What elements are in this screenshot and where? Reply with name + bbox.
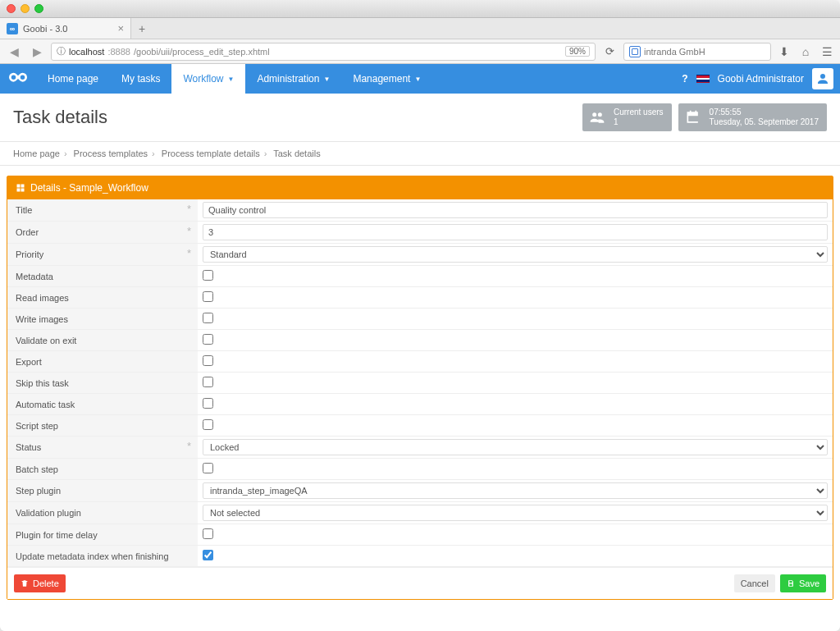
window-zoom-icon[interactable] — [34, 4, 43, 13]
search-placeholder: intranda GmbH — [644, 47, 705, 57]
read-images-checkbox[interactable] — [203, 291, 213, 302]
language-flag-icon[interactable] — [696, 75, 710, 83]
validate-on-exit-checkbox[interactable] — [203, 334, 213, 345]
url-port: :8888 — [107, 47, 130, 57]
calendar-icon — [683, 107, 703, 127]
required-icon: * — [187, 247, 191, 259]
crumb-templates[interactable]: Process templates — [74, 149, 148, 158]
zoom-badge: 90% — [565, 46, 590, 57]
admin-label: Goobi Administrator — [718, 73, 804, 85]
save-icon — [787, 579, 795, 588]
search-engine-icon — [629, 46, 641, 57]
window-minimize-icon[interactable] — [21, 4, 30, 13]
window-titlebar — [0, 0, 840, 18]
label-title: Title — [16, 205, 32, 215]
window-close-icon[interactable] — [7, 4, 16, 13]
date-value: Tuesday, 05. September 2017 — [710, 117, 819, 127]
label-status: Status — [16, 442, 41, 452]
home-icon[interactable]: ⌂ — [797, 45, 814, 58]
panel-header: Details - Sample_Workflow — [7, 176, 833, 199]
cancel-button[interactable]: Cancel — [734, 574, 775, 592]
browser-toolbar: ◀ ▶ ⓘ localhost:8888/goobi/uii/process_e… — [0, 39, 840, 64]
app-logo-icon[interactable] — [0, 64, 36, 94]
label-validation-plugin: Validation plugin — [16, 508, 81, 518]
required-icon: * — [187, 203, 191, 215]
label-update-metadata: Update metadata index when finishing — [16, 551, 169, 561]
plugin-time-delay-checkbox[interactable] — [203, 528, 213, 539]
priority-select[interactable]: Standard — [203, 246, 828, 263]
status-select[interactable]: Locked — [203, 439, 828, 455]
label-step-plugin: Step plugin — [16, 486, 61, 496]
panel-body: Title* Order* Priority*Standard Metadata… — [7, 199, 833, 599]
label-validate-on-exit: Validate on exit — [16, 336, 76, 345]
title-input[interactable] — [203, 202, 828, 218]
panel-title: Details - Sample_Workflow — [30, 182, 148, 194]
batch-step-checkbox[interactable] — [203, 463, 213, 473]
skip-task-checkbox[interactable] — [203, 377, 213, 387]
label-automatic-task: Automatic task — [16, 400, 75, 409]
label-plugin-time-delay: Plugin for time delay — [16, 530, 98, 540]
info-icon: ⓘ — [57, 45, 66, 57]
label-write-images: Write images — [16, 314, 68, 324]
address-bar[interactable]: ⓘ localhost:8888/goobi/uii/process_edit_… — [51, 43, 596, 61]
page-header: Task details Current users1 07:55:55Tues… — [0, 94, 840, 141]
crumb-current: Task details — [273, 149, 320, 158]
step-plugin-select[interactable]: intranda_step_imageQA — [203, 482, 828, 499]
nav-management[interactable]: Management▼ — [341, 64, 432, 94]
export-checkbox[interactable] — [203, 355, 213, 366]
nav-home[interactable]: Home page — [36, 64, 110, 94]
current-users-widget[interactable]: Current users1 — [582, 103, 672, 131]
datetime-widget[interactable]: 07:55:55Tuesday, 05. September 2017 — [678, 103, 827, 131]
label-export: Export — [16, 357, 42, 367]
help-icon[interactable]: ? — [682, 73, 687, 85]
crumb-template-details[interactable]: Process template details — [162, 149, 260, 158]
metadata-checkbox[interactable] — [203, 270, 213, 281]
user-avatar-icon[interactable] — [812, 68, 833, 89]
automatic-task-checkbox[interactable] — [203, 398, 213, 409]
download-icon[interactable]: ⬇ — [776, 45, 792, 58]
label-batch-step: Batch step — [16, 464, 58, 474]
script-step-checkbox[interactable] — [203, 419, 213, 430]
reload-icon[interactable]: ⟳ — [600, 45, 619, 57]
required-icon: * — [187, 225, 191, 237]
page-title: Task details — [13, 107, 107, 128]
users-label: Current users — [614, 107, 664, 117]
label-script-step: Script step — [16, 421, 58, 431]
menu-icon[interactable]: ☰ — [819, 45, 835, 58]
new-tab-button[interactable]: + — [131, 18, 153, 39]
nav-my-tasks[interactable]: My tasks — [110, 64, 171, 94]
validation-plugin-select[interactable]: Not selected — [203, 505, 828, 521]
label-skip-this-task: Skip this task — [16, 378, 69, 388]
nav-workflow[interactable]: Workflow▼ — [171, 64, 245, 94]
label-order: Order — [16, 227, 39, 237]
delete-button[interactable]: Delete — [14, 574, 66, 592]
users-count: 1 — [614, 117, 664, 127]
trash-icon — [21, 579, 29, 588]
label-metadata: Metadata — [16, 272, 53, 281]
chevron-down-icon: ▼ — [228, 75, 235, 83]
order-input[interactable] — [203, 224, 828, 240]
content-area: Details - Sample_Workflow Title* Order* … — [0, 166, 840, 631]
browser-tabs: ∞ Goobi - 3.0 × + — [0, 18, 840, 39]
panel-grid-icon — [16, 183, 25, 193]
breadcrumb: Home page› Process templates› Process te… — [0, 141, 840, 166]
tab-title: Goobi - 3.0 — [23, 24, 67, 34]
details-panel: Details - Sample_Workflow Title* Order* … — [7, 176, 833, 600]
update-metadata-checkbox[interactable] — [203, 550, 213, 560]
nav-back-icon[interactable]: ◀ — [5, 45, 23, 58]
label-priority: Priority — [16, 249, 43, 259]
crumb-home[interactable]: Home page — [13, 149, 60, 158]
required-icon: * — [187, 440, 191, 452]
app-topnav: Home page My tasks Workflow▼ Administrat… — [0, 64, 840, 94]
write-images-checkbox[interactable] — [203, 313, 213, 323]
browser-search[interactable]: intranda GmbH — [623, 43, 771, 61]
save-button[interactable]: Save — [780, 574, 826, 592]
tab-close-icon[interactable]: × — [117, 22, 124, 34]
panel-footer: Delete Cancel Save — [7, 567, 833, 599]
label-read-images: Read images — [16, 293, 69, 303]
nav-forward-icon[interactable]: ▶ — [28, 45, 46, 58]
favicon-icon: ∞ — [7, 23, 18, 34]
browser-tab[interactable]: ∞ Goobi - 3.0 × — [0, 18, 131, 39]
chevron-down-icon: ▼ — [414, 75, 421, 83]
nav-administration[interactable]: Administration▼ — [245, 64, 341, 94]
